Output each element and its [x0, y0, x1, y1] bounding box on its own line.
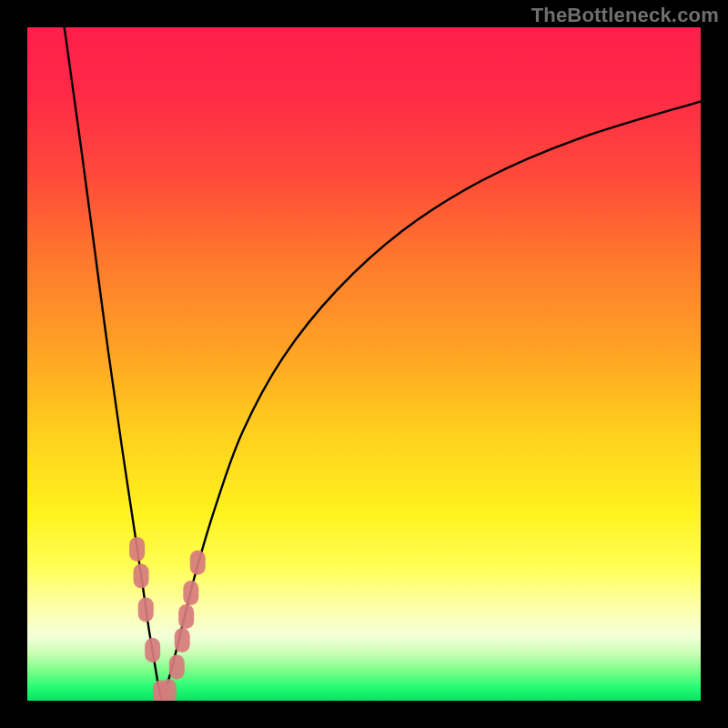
marker-point: [129, 537, 145, 561]
marker-point: [190, 551, 206, 575]
watermark-text: TheBottleneck.com: [531, 4, 719, 27]
marker-point: [145, 638, 160, 662]
marker-point: [134, 564, 149, 589]
marker-point: [175, 628, 190, 652]
plot-area: [27, 27, 701, 701]
marker-point: [161, 679, 177, 701]
chart-frame: TheBottleneck.com: [0, 0, 728, 728]
marker-point: [178, 604, 194, 629]
curves-layer: [27, 27, 701, 701]
marker-point: [138, 598, 154, 622]
marker-point: [169, 655, 185, 680]
curve-right-branch: [162, 101, 701, 701]
marker-point: [183, 581, 198, 605]
